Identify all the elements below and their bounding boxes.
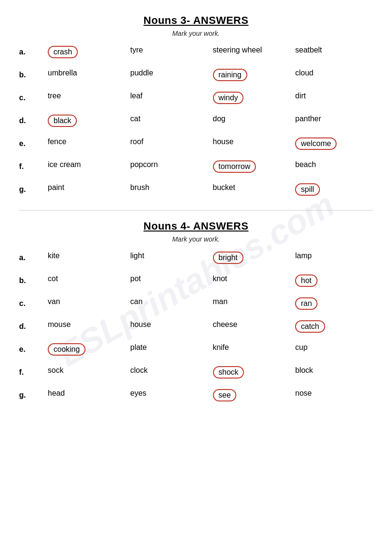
row-items: umbrellapuddlerainingcloud — [43, 69, 373, 81]
row-items: cookingplateknifecup — [43, 343, 373, 356]
list-item: dog — [208, 115, 291, 127]
list-item: house — [208, 137, 291, 150]
list-item: spill — [290, 183, 373, 196]
list-item: popcorn — [126, 160, 208, 173]
list-item: nose — [290, 389, 373, 401]
row-items: crashtyresteering wheelseatbelt — [43, 46, 373, 58]
row-label: g. — [19, 391, 43, 400]
row-items: mousehousecheesecatch — [43, 320, 373, 333]
circled-answer: bright — [213, 252, 244, 264]
row-label: b. — [19, 71, 43, 79]
circled-answer: ran — [295, 297, 318, 310]
section2-rows: a.kitelightbrightlampb.cotpotknothotc.va… — [19, 252, 373, 401]
table-row: d.mousehousecheesecatch — [19, 320, 373, 333]
list-item: house — [126, 320, 208, 333]
list-item: beach — [290, 160, 373, 173]
list-item: cooking — [43, 343, 126, 356]
list-item: knot — [208, 274, 291, 287]
row-label: g. — [19, 185, 43, 194]
table-row: a.kitelightbrightlamp — [19, 252, 373, 264]
list-item: paint — [43, 183, 126, 196]
list-item: roof — [126, 137, 208, 150]
row-items: vancanmanran — [43, 297, 373, 310]
list-item: cloud — [290, 69, 373, 81]
list-item: tree — [43, 92, 126, 104]
list-item: puddle — [126, 69, 208, 81]
row-items: sockclockshockblock — [43, 366, 373, 379]
section2-title: Nouns 4- ANSWERS — [19, 220, 373, 232]
row-label: c. — [19, 94, 43, 102]
table-row: d.blackcatdogpanther — [19, 115, 373, 127]
list-item: light — [126, 252, 208, 264]
list-item: sock — [43, 366, 126, 379]
row-label: f. — [19, 162, 43, 171]
list-item: cheese — [208, 320, 291, 333]
list-item: block — [290, 366, 373, 379]
table-row: e.cookingplateknifecup — [19, 343, 373, 356]
row-label: a. — [19, 253, 43, 262]
row-label: d. — [19, 116, 43, 125]
list-item: head — [43, 389, 126, 401]
table-row: f.ice creampopcorntomorrowbeach — [19, 160, 373, 173]
section1-rows: a.crashtyresteering wheelseatbeltb.umbre… — [19, 46, 373, 196]
row-items: kitelightbrightlamp — [43, 252, 373, 264]
row-items: cotpotknothot — [43, 274, 373, 287]
circled-answer: catch — [295, 320, 325, 333]
list-item: shock — [208, 366, 291, 379]
table-row: g.headeyesseenose — [19, 389, 373, 401]
list-item: black — [43, 115, 126, 127]
row-items: ice creampopcorntomorrowbeach — [43, 160, 373, 173]
row-label: a. — [19, 48, 43, 56]
row-items: fenceroofhousewelcome — [43, 137, 373, 150]
table-row: b.cotpotknothot — [19, 274, 373, 287]
list-item: can — [126, 297, 208, 310]
section2: Nouns 4- ANSWERS Mark your work. a.kitel… — [19, 220, 373, 401]
circled-answer: welcome — [295, 137, 337, 150]
row-items: headeyesseenose — [43, 389, 373, 401]
table-row: b.umbrellapuddlerainingcloud — [19, 69, 373, 81]
circled-answer: black — [48, 115, 77, 127]
list-item: steering wheel — [208, 46, 291, 58]
table-row: c.vancanmanran — [19, 297, 373, 310]
circled-answer: see — [213, 389, 237, 401]
section1-title: Nouns 3- ANSWERS — [19, 14, 373, 27]
section1: Nouns 3- ANSWERS Mark your work. a.crash… — [19, 14, 373, 196]
list-item: leaf — [126, 92, 208, 104]
circled-answer: windy — [213, 92, 244, 104]
list-item: lamp — [290, 252, 373, 264]
section2-subtitle: Mark your work. — [19, 235, 373, 243]
list-item: windy — [208, 92, 291, 104]
list-item: panther — [290, 115, 373, 127]
list-item: plate — [126, 343, 208, 356]
list-item: dirt — [290, 92, 373, 104]
list-item: welcome — [290, 137, 373, 150]
section-divider — [19, 210, 373, 211]
table-row: f.sockclockshockblock — [19, 366, 373, 379]
row-items: treeleafwindydirt — [43, 92, 373, 104]
list-item: seatbelt — [290, 46, 373, 58]
list-item: crash — [43, 46, 126, 58]
list-item: hot — [290, 274, 373, 287]
list-item: umbrella — [43, 69, 126, 81]
row-items: paintbrushbucketspill — [43, 183, 373, 196]
list-item: mouse — [43, 320, 126, 333]
table-row: a.crashtyresteering wheelseatbelt — [19, 46, 373, 58]
list-item: van — [43, 297, 126, 310]
list-item: cot — [43, 274, 126, 287]
list-item: pot — [126, 274, 208, 287]
circled-answer: cooking — [48, 343, 85, 356]
row-label: f. — [19, 368, 43, 377]
row-label: c. — [19, 299, 43, 308]
list-item: bright — [208, 252, 291, 264]
list-item: fence — [43, 137, 126, 150]
list-item: bucket — [208, 183, 291, 196]
list-item: clock — [126, 366, 208, 379]
section1-subtitle: Mark your work. — [19, 30, 373, 37]
row-label: b. — [19, 276, 43, 285]
list-item: catch — [290, 320, 373, 333]
row-label: e. — [19, 139, 43, 148]
circled-answer: crash — [48, 46, 78, 58]
row-label: e. — [19, 345, 43, 354]
circled-answer: shock — [213, 366, 244, 379]
row-label: d. — [19, 322, 43, 331]
